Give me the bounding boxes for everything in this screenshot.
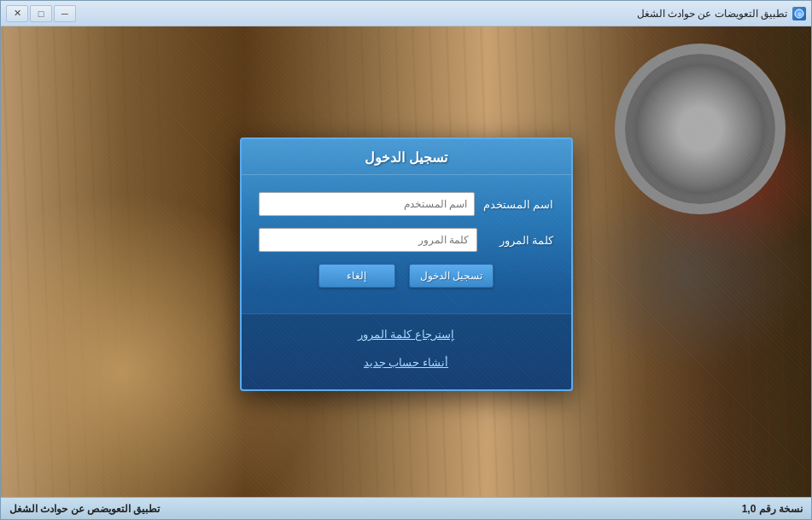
version-text: نسخة رقم 1,0 bbox=[742, 503, 803, 515]
window-frame: ⚙ تطبيق التعويضات عن حوادث الشغل ─ □ ✕ ت… bbox=[0, 0, 812, 520]
login-dialog: تسجيل الدخول اسم المستخدم كلمة المرور bbox=[240, 137, 573, 391]
cancel-button[interactable]: إلغاء bbox=[318, 264, 395, 288]
window-controls: ─ □ ✕ bbox=[6, 5, 76, 22]
password-input[interactable] bbox=[259, 228, 477, 252]
dialog-links-section: إسترجاع كلمة المرور أنشاء حساب جديد bbox=[242, 313, 571, 389]
username-row: اسم المستخدم bbox=[259, 192, 554, 216]
app-icon: ⚙ bbox=[792, 7, 806, 20]
password-row: كلمة المرور bbox=[259, 228, 554, 252]
maximize-button[interactable]: □ bbox=[30, 5, 52, 22]
username-input[interactable] bbox=[259, 192, 475, 216]
action-buttons: تسجيل الدخول إلغاء bbox=[259, 264, 554, 288]
username-label: اسم المستخدم bbox=[483, 198, 554, 211]
password-label: كلمة المرور bbox=[486, 234, 554, 247]
dialog-body: اسم المستخدم كلمة المرور تسجيل الدخول إل… bbox=[242, 175, 571, 313]
create-account-link[interactable]: أنشاء حساب جديد bbox=[259, 353, 554, 372]
minimize-button[interactable]: ─ bbox=[54, 5, 76, 22]
svg-text:⚙: ⚙ bbox=[797, 12, 802, 17]
dialog-title: تسجيل الدخول bbox=[242, 139, 571, 175]
status-bar: نسخة رقم 1,0 تطبيق التعويضص عن حوادث الش… bbox=[1, 497, 811, 519]
title-bar: ⚙ تطبيق التعويضات عن حوادث الشغل ─ □ ✕ bbox=[1, 1, 811, 26]
title-bar-left: ⚙ تطبيق التعويضات عن حوادث الشغل bbox=[637, 7, 806, 20]
app-name-status: تطبيق التعويضص عن حوادث الشغل bbox=[9, 503, 160, 515]
window-title: تطبيق التعويضات عن حوادث الشغل bbox=[637, 8, 787, 20]
login-button[interactable]: تسجيل الدخول bbox=[409, 264, 494, 288]
dialog-overlay: تسجيل الدخول اسم المستخدم كلمة المرور bbox=[1, 26, 811, 519]
close-button[interactable]: ✕ bbox=[6, 5, 28, 22]
content-area: تسجيل الدخول اسم المستخدم كلمة المرور bbox=[1, 26, 811, 519]
forgot-password-link[interactable]: إسترجاع كلمة المرور bbox=[259, 324, 554, 344]
